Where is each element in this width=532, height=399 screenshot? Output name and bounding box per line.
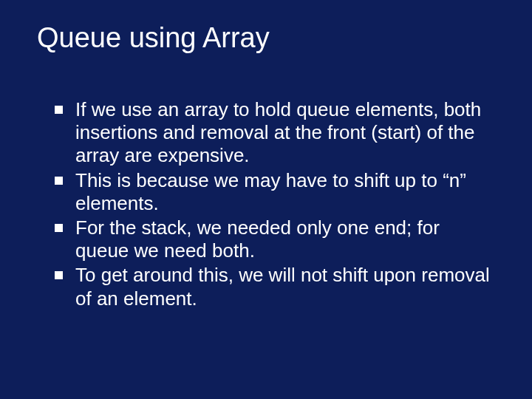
slide-title: Queue using Array: [37, 22, 495, 54]
bullet-item: To get around this, we will not shift up…: [55, 264, 495, 310]
bullet-item: If we use an array to hold queue element…: [55, 98, 495, 168]
bullet-list: If we use an array to hold queue element…: [37, 98, 495, 310]
bullet-item: For the stack, we needed only one end; f…: [55, 216, 495, 262]
bullet-item: This is because we may have to shift up …: [55, 169, 495, 215]
